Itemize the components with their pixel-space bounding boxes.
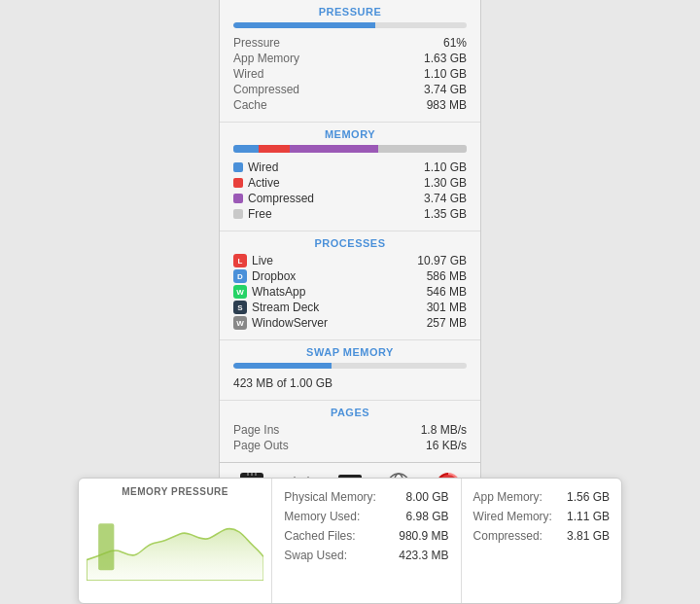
pressure-value-0: 61% [443, 36, 467, 50]
swap-description: 423 MB of 1.00 GB [233, 376, 332, 390]
pressure-value-4: 983 MB [427, 98, 467, 112]
stat-app-memory: App Memory: 1.56 GB [473, 490, 610, 504]
compressed-stat-label: Compressed: [473, 529, 542, 543]
wired-value: 1.10 GB [424, 160, 467, 174]
active-dot [233, 178, 243, 188]
memory-bar [233, 145, 467, 153]
pressure-section: PRESSURE Pressure 61% App Memory 1.63 GB… [220, 0, 480, 123]
wired-label: Wired [248, 160, 278, 174]
stat-wired-memory: Wired Memory: 1.11 GB [473, 510, 610, 523]
processes-section: PROCESSES L Live 10.97 GB D Dropbox 586 … [220, 231, 480, 340]
free-value: 1.35 GB [424, 207, 467, 221]
live-value: 10.97 GB [417, 254, 467, 267]
app-memory-label: App Memory: [473, 490, 542, 504]
windowserver-label: WindowServer [252, 316, 328, 330]
swap-desc-row: 423 MB of 1.00 GB [233, 376, 467, 390]
pressure-label-4: Cache [233, 98, 267, 112]
streamdeck-icon: S [233, 301, 247, 314]
pressure-bar-bg [233, 22, 467, 28]
sparkline-chart [87, 503, 263, 581]
memory-seg-free [378, 145, 467, 153]
wired-dot [233, 162, 243, 172]
stat-swap-used: Swap Used: 423.3 MB [284, 549, 448, 562]
pressure-title: PRESSURE [233, 6, 467, 18]
whatsapp-label: WhatsApp [252, 285, 305, 299]
bottom-panel: MEMORY PRESSURE Physical Memory: 8.00 GB… [78, 478, 622, 604]
windowserver-icon: W [233, 316, 247, 330]
chart-title: MEMORY PRESSURE [87, 486, 263, 497]
memory-title: MEMORY [233, 128, 467, 140]
memory-legend-3: Free 1.35 GB [233, 207, 467, 221]
memory-legend-2: Compressed 3.74 GB [233, 192, 467, 205]
physical-memory-value: 8.00 GB [406, 490, 449, 504]
free-label: Free [248, 207, 272, 221]
windowserver-value: 257 MB [427, 316, 467, 330]
pressure-row-3: Compressed 3.74 GB [233, 83, 467, 96]
pressure-row-1: App Memory 1.63 GB [233, 52, 467, 65]
swap-bar-fill [233, 363, 332, 369]
swap-used-label: Swap Used: [284, 549, 347, 562]
stats-right: App Memory: 1.56 GB Wired Memory: 1.11 G… [462, 479, 621, 603]
page-outs-label: Page Outs [233, 439, 289, 452]
stat-cached-files: Cached Files: 980.9 MB [284, 529, 448, 543]
processes-title: PROCESSES [233, 237, 467, 249]
swap-used-value: 423.3 MB [399, 549, 448, 562]
memory-legend-0: Wired 1.10 GB [233, 160, 467, 174]
page-outs-value: 16 KB/s [426, 439, 467, 452]
live-icon: L [233, 254, 247, 267]
stat-memory-used: Memory Used: 6.98 GB [284, 510, 448, 523]
pressure-label-2: Wired [233, 67, 263, 81]
memory-section: MEMORY Wired 1.10 GB Active 1.30 GB Com [220, 123, 480, 231]
stat-physical-memory: Physical Memory: 8.00 GB [284, 490, 448, 504]
stats-middle: Physical Memory: 8.00 GB Memory Used: 6.… [272, 479, 461, 603]
memory-seg-wired [233, 145, 259, 153]
swap-bar-bg [233, 363, 467, 369]
live-label: Live [252, 254, 273, 267]
pressure-bar-fill [233, 22, 375, 28]
pressure-label-3: Compressed [233, 83, 299, 96]
pressure-label-0: Pressure [233, 36, 280, 50]
wired-memory-value: 1.11 GB [567, 510, 610, 523]
pressure-row-2: Wired 1.10 GB [233, 67, 467, 81]
cached-files-value: 980.9 MB [399, 529, 448, 543]
process-row-1: D Dropbox 586 MB [233, 269, 467, 283]
memory-used-value: 6.98 GB [406, 510, 449, 523]
active-label: Active [248, 176, 280, 190]
process-row-2: W WhatsApp 546 MB [233, 285, 467, 299]
memory-pressure-chart-container: MEMORY PRESSURE [79, 479, 272, 603]
free-dot [233, 209, 243, 219]
streamdeck-label: Stream Deck [252, 301, 319, 314]
compressed-dot [233, 194, 243, 203]
pages-title: PAGES [233, 407, 467, 418]
pages-row-0: Page Ins 1.8 MB/s [233, 423, 467, 437]
physical-memory-label: Physical Memory: [284, 490, 376, 504]
process-row-3: S Stream Deck 301 MB [233, 301, 467, 314]
stat-compressed: Compressed: 3.81 GB [473, 529, 610, 543]
compressed-stat-value: 3.81 GB [567, 529, 610, 543]
wired-memory-label: Wired Memory: [473, 510, 552, 523]
swap-section: SWAP MEMORY 423 MB of 1.00 GB [220, 340, 480, 401]
streamdeck-value: 301 MB [427, 301, 467, 314]
svg-rect-34 [98, 523, 114, 570]
pressure-value-2: 1.10 GB [424, 67, 467, 81]
process-row-0: L Live 10.97 GB [233, 254, 467, 267]
whatsapp-value: 546 MB [427, 285, 467, 299]
page-ins-value: 1.8 MB/s [421, 423, 467, 437]
memory-used-label: Memory Used: [284, 510, 360, 523]
memory-legend-1: Active 1.30 GB [233, 176, 467, 190]
pressure-value-1: 1.63 GB [424, 52, 467, 65]
compressed-label: Compressed [248, 192, 314, 205]
whatsapp-icon: W [233, 285, 247, 299]
pages-section: PAGES Page Ins 1.8 MB/s Page Outs 16 KB/… [220, 401, 480, 462]
pressure-row-0: Pressure 61% [233, 36, 467, 50]
dropbox-icon: D [233, 269, 247, 283]
pressure-row-4: Cache 983 MB [233, 98, 467, 112]
process-row-4: W WindowServer 257 MB [233, 316, 467, 330]
pages-row-1: Page Outs 16 KB/s [233, 439, 467, 452]
dropbox-value: 586 MB [427, 269, 467, 283]
memory-seg-compressed [290, 145, 378, 153]
pressure-value-3: 3.74 GB [424, 83, 467, 96]
dropbox-label: Dropbox [252, 269, 296, 283]
cached-files-label: Cached Files: [284, 529, 355, 543]
pressure-label-1: App Memory [233, 52, 299, 65]
